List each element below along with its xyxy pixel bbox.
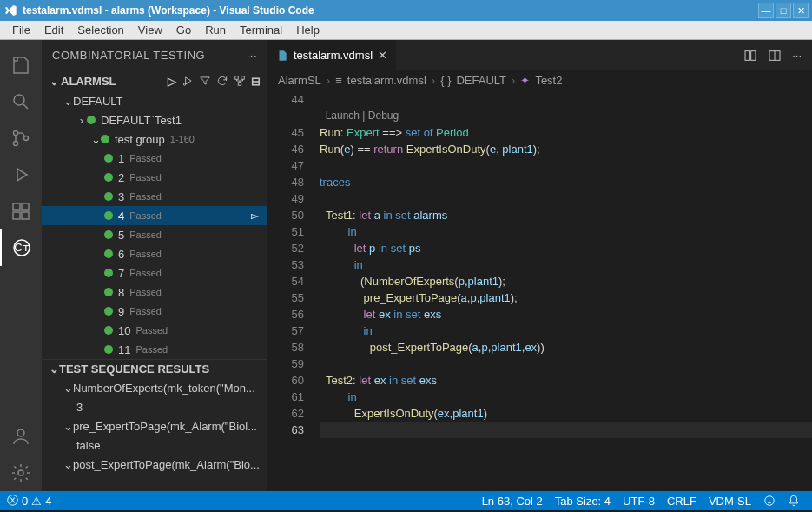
combinatorial-testing-icon[interactable]: Cᴛ	[0, 229, 42, 266]
svg-rect-17	[751, 50, 756, 60]
svg-rect-7	[22, 212, 29, 219]
svg-point-0	[14, 95, 24, 105]
minimize-button[interactable]: —	[758, 3, 774, 18]
test-tree: ⌄DEFAULT›DEFAULT`Test1⌄test group1-1601P…	[42, 91, 267, 359]
close-window-button[interactable]: ✕	[793, 3, 809, 18]
menu-help[interactable]: Help	[289, 22, 327, 38]
warnings-button[interactable]: ⚠4	[31, 495, 51, 508]
menu-go[interactable]: Go	[169, 22, 198, 38]
result-row[interactable]: ⌄NumberOfExperts(mk_token("Mon...	[42, 378, 267, 397]
close-tab-icon[interactable]: ✕	[378, 49, 387, 62]
test-item-7[interactable]: 7Passed	[42, 263, 267, 283]
svg-point-2	[14, 142, 18, 146]
breadcrumb-item[interactable]: AlarmSL	[278, 74, 321, 87]
tree-node-group[interactable]: ⌄test group1-160	[42, 130, 267, 149]
menu-file[interactable]: File	[5, 22, 37, 38]
test-item-2[interactable]: 2Passed	[42, 168, 267, 187]
chevron-down-icon: ⌄	[49, 362, 59, 376]
breadcrumbs[interactable]: AlarmSL› ≡testalarm.vdmsl› { }DEFAULT› ✦…	[267, 70, 812, 90]
maximize-button[interactable]: □	[776, 3, 791, 18]
accounts-icon[interactable]	[0, 418, 42, 455]
menu-edit[interactable]: Edit	[37, 22, 70, 38]
svg-point-1	[14, 131, 18, 136]
result-label: pre_ExpertToPage(mk_Alarm("Biol...	[73, 420, 257, 433]
test-item-1[interactable]: 1Passed	[42, 149, 267, 168]
more-actions-icon[interactable]: ···	[247, 49, 257, 62]
feedback-icon[interactable]	[763, 495, 776, 507]
notifications-icon[interactable]	[788, 495, 800, 507]
error-icon: ⓧ	[7, 493, 18, 509]
svg-rect-14	[241, 76, 245, 79]
svg-text:Cᴛ: Cᴛ	[14, 241, 29, 254]
compare-icon[interactable]	[743, 49, 757, 63]
breadcrumb-item[interactable]: DEFAULT	[456, 74, 506, 87]
result-row[interactable]: ⌄pre_ExpertToPage(mk_Alarm("Biol...	[42, 416, 267, 436]
run-trace-icon[interactable]: ▷	[168, 75, 176, 88]
tree-action-icon[interactable]	[234, 75, 246, 88]
filter-icon[interactable]	[199, 75, 211, 88]
sidebar-title: COMBINATORIAL TESTING	[52, 49, 205, 62]
tree-node-default[interactable]: ⌄DEFAULT	[42, 91, 267, 110]
test-item-3[interactable]: 3Passed	[42, 187, 267, 206]
test-item-4[interactable]: 4Passed▻	[42, 206, 267, 225]
file-icon: ≡	[335, 74, 342, 87]
result-label: NumberOfExperts(mk_token("Mon...	[73, 382, 255, 395]
collapse-all-icon[interactable]: ⊟	[251, 75, 261, 88]
tab-testalarm[interactable]: testalarm.vdmsl ✕	[267, 40, 396, 70]
search-icon[interactable]	[0, 83, 42, 120]
source-control-icon[interactable]	[0, 120, 42, 156]
svg-point-3	[24, 136, 29, 141]
test-item-8[interactable]: 8Passed	[42, 283, 267, 302]
tree-node-test1[interactable]: ›DEFAULT`Test1	[42, 110, 267, 130]
chevron-down-icon: ⌄	[63, 382, 73, 395]
svg-rect-6	[13, 212, 20, 219]
split-editor-icon[interactable]	[768, 49, 782, 63]
test-item-6[interactable]: 6Passed	[42, 244, 267, 263]
chevron-down-icon: ⌄	[49, 75, 59, 88]
svg-point-12	[183, 83, 185, 84]
menu-selection[interactable]: Selection	[70, 22, 130, 38]
test-item-5[interactable]: 5Passed	[42, 225, 267, 244]
eol[interactable]: CRLF	[667, 495, 696, 508]
code-editor[interactable]: 4445464748495051525354555657585960616263…	[267, 90, 812, 491]
debug-trace-icon[interactable]	[182, 75, 194, 88]
main: Cᴛ COMBINATORIAL TESTING ··· ⌄ ALARMSL ▷…	[0, 40, 812, 491]
svg-rect-13	[235, 76, 239, 79]
more-editor-actions-icon[interactable]: ···	[792, 49, 802, 62]
result-row[interactable]: ⌄post_ExpertToPage(mk_Alarm("Bio...	[42, 455, 267, 474]
breadcrumb-item[interactable]: Test2	[535, 74, 562, 87]
extensions-icon[interactable]	[0, 193, 42, 229]
test-item-10[interactable]: 10Passed	[42, 321, 267, 340]
tab-label: testalarm.vdmsl	[294, 49, 373, 62]
cursor-position[interactable]: Ln 63, Col 2	[482, 495, 543, 508]
sidebar-section-alarmsl[interactable]: ⌄ ALARMSL ▷ ⊟	[42, 70, 267, 91]
test-item-11[interactable]: 11Passed	[42, 340, 267, 359]
language-mode[interactable]: VDM-SL	[709, 495, 751, 508]
svg-point-11	[18, 470, 23, 475]
test-sequence-results-header[interactable]: ⌄ TEST SEQUENCE RESULTS	[42, 359, 267, 378]
settings-gear-icon[interactable]	[0, 455, 42, 491]
encoding[interactable]: UTF-8	[623, 495, 655, 508]
svg-rect-16	[745, 50, 749, 60]
section-title: ALARMSL	[61, 75, 116, 88]
svg-point-19	[765, 496, 775, 506]
menu-terminal[interactable]: Terminal	[233, 22, 289, 38]
result-label: post_ExpertToPage(mk_Alarm("Bio...	[73, 458, 260, 471]
test-item-9[interactable]: 9Passed	[42, 302, 267, 321]
errors-button[interactable]: ⓧ0	[7, 493, 28, 509]
activity-bar: Cᴛ	[0, 40, 42, 491]
vscode-icon	[3, 3, 17, 17]
explorer-icon[interactable]	[0, 47, 42, 83]
run-marker-icon: ▻	[251, 209, 259, 222]
code-lines[interactable]: Launch | DebugRun: Expert ==> set of Per…	[320, 90, 812, 491]
svg-point-10	[17, 429, 24, 436]
breadcrumb-item[interactable]: testalarm.vdmsl	[347, 74, 426, 87]
sidebar: COMBINATORIAL TESTING ··· ⌄ ALARMSL ▷ ⊟ …	[42, 40, 267, 491]
menu-view[interactable]: View	[131, 22, 169, 38]
run-debug-icon[interactable]	[0, 156, 42, 193]
refresh-icon[interactable]	[216, 75, 228, 88]
method-icon: ✦	[520, 74, 530, 87]
tab-size[interactable]: Tab Size: 4	[555, 495, 611, 508]
menu-run[interactable]: Run	[198, 22, 233, 38]
statusbar: ⓧ0 ⚠4 Ln 63, Col 2 Tab Size: 4 UTF-8 CRL…	[0, 491, 812, 510]
